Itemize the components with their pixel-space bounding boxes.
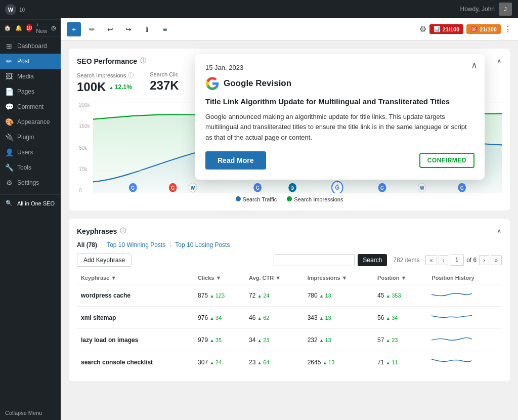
last-page-button[interactable]: » xyxy=(491,255,502,265)
seo-score-seo[interactable]: 🎯 21/100 xyxy=(466,24,501,34)
list-view-button[interactable]: ≡ xyxy=(158,22,172,36)
google-revision-popup: ∧ 15 Jan, 2023 Google Revision Title Lin… xyxy=(195,54,485,180)
redo-button[interactable]: ↪ xyxy=(121,22,136,36)
y-label-10k: 10k xyxy=(79,166,90,172)
sidebar-item-media[interactable]: 🖼 Media xyxy=(0,69,61,84)
next-page-button[interactable]: › xyxy=(479,255,489,265)
search-clicks-label: Search Clic xyxy=(150,71,179,77)
undo-button[interactable]: ↩ xyxy=(103,22,117,36)
cell-history xyxy=(427,307,502,329)
clicks-change: 35 xyxy=(209,337,222,343)
pos-change: 34 xyxy=(386,315,398,321)
sidebar-item-users[interactable]: 👤 Users xyxy=(0,145,61,160)
col-impressions[interactable]: Impressions ▼ xyxy=(304,272,373,284)
sort-icon-pos: ▼ xyxy=(401,275,407,281)
popup-actions: Read More CONFIRMED xyxy=(205,151,474,170)
main-content: Howdy, John J + ✏ ↩ ↪ ℹ ≡ ⚙ 📊 21/100 xyxy=(61,0,518,420)
sort-icon-clicks: ▼ xyxy=(216,275,222,281)
impressions-change: 12.1% xyxy=(109,83,132,91)
ctr-change: 24 xyxy=(257,292,270,299)
filter-losing[interactable]: Top 10 Losing Posts xyxy=(175,241,230,248)
sidebar-item-aioseo[interactable]: 🔍 All in One SEO xyxy=(0,194,61,210)
seo-card-collapse-icon[interactable]: ∧ xyxy=(497,57,502,65)
prev-page-button[interactable]: ‹ xyxy=(439,255,449,265)
page-number-input[interactable] xyxy=(450,255,464,266)
collapse-label: Collapse Menu xyxy=(5,410,42,416)
sidebar-item-appearance[interactable]: 🎨 Appearance xyxy=(0,114,61,130)
keyphrases-filters: All (78) | Top 10 Winning Posts | Top 10… xyxy=(77,241,502,248)
settings-icon: ⚙ xyxy=(5,179,13,187)
collapse-menu[interactable]: Collapse Menu xyxy=(0,406,61,420)
keyphrase-search-button[interactable]: Search xyxy=(358,254,387,266)
col-ctr[interactable]: Avg. CTR ▼ xyxy=(245,272,304,284)
keyphrases-info-icon[interactable]: ⓘ xyxy=(120,227,126,235)
y-label-0: 0 xyxy=(79,188,90,193)
pages-icon: 📄 xyxy=(5,88,13,96)
popup-close-button[interactable]: ∧ xyxy=(471,60,478,71)
plugins-icon: 🔌 xyxy=(5,133,13,141)
new-link[interactable]: + New xyxy=(36,22,47,34)
user-avatar[interactable]: J xyxy=(499,3,512,16)
read-more-button[interactable]: Read More xyxy=(205,151,266,170)
top-bar-right: Howdy, John J xyxy=(460,3,512,16)
keyphrases-collapse-icon[interactable]: ∧ xyxy=(497,227,502,235)
svg-text:W: W xyxy=(191,185,195,191)
first-page-button[interactable]: « xyxy=(425,255,437,265)
cell-impressions: 232 13 xyxy=(304,329,373,351)
search-impressions-metric: Search Impressions ⓘ 100K 12.1% xyxy=(77,71,134,94)
sidebar-label-pages: Pages xyxy=(17,88,34,95)
sidebar-item-plugins[interactable]: 🔌 Plugin xyxy=(0,130,61,145)
popup-title: Title Link Algorithm Update for Multilin… xyxy=(205,97,474,107)
col-keyphrase[interactable]: Keyphrase ▼ xyxy=(77,272,194,284)
edit-button[interactable]: ✏ xyxy=(85,22,99,36)
more-options-icon[interactable]: ⋮ xyxy=(504,24,512,34)
aioseo-icon: 🔍 xyxy=(5,200,13,206)
add-block-button[interactable]: + xyxy=(67,22,81,36)
impressions-info-icon[interactable]: ⓘ xyxy=(128,71,134,79)
keyphrase-search-input[interactable] xyxy=(274,254,355,266)
cell-history xyxy=(427,329,502,351)
table-row: lazy load on images 979 35 34 23 232 13 … xyxy=(77,329,502,351)
add-keyphrase-section: Add Keyphrase xyxy=(77,254,132,267)
svg-text:G: G xyxy=(171,185,175,191)
cell-impressions: 780 13 xyxy=(304,284,373,307)
sidebar-item-settings[interactable]: ⚙ Settings xyxy=(0,175,61,190)
filter-winning[interactable]: Top 10 Winning Posts xyxy=(107,241,165,248)
notification-icon[interactable]: 🔔 xyxy=(15,25,22,31)
wp-logo-icon: W xyxy=(5,4,16,15)
cell-impressions: 343 13 xyxy=(304,307,373,329)
gear-icon[interactable]: ⚙ xyxy=(419,24,426,34)
ctr-change: 62 xyxy=(257,315,270,321)
sidebar-item-post[interactable]: ✏ Post xyxy=(0,54,61,69)
content-area: SEO Performance ⓘ ∧ Search Impressions ⓘ… xyxy=(61,40,518,420)
sidebar-item-tools[interactable]: 🔧 Tools xyxy=(0,160,61,175)
sidebar-item-pages[interactable]: 📄 Pages xyxy=(0,84,61,99)
col-clicks[interactable]: Clicks ▼ xyxy=(194,272,245,284)
info-button[interactable]: ℹ xyxy=(140,22,154,36)
filter-all[interactable]: All (78) xyxy=(77,241,97,248)
sidebar-label-dashboard: Dashboard xyxy=(17,43,47,50)
col-position[interactable]: Position ▼ xyxy=(373,272,427,284)
sidebar-label-plugins: Plugin xyxy=(17,134,34,141)
y-label-50k: 50k xyxy=(79,145,90,151)
seo-info-icon[interactable]: ⓘ xyxy=(140,57,146,65)
keyphrases-title: Keyphrases ⓘ xyxy=(77,227,126,235)
sidebar-label-post: Post xyxy=(17,58,29,65)
seo-score-readability[interactable]: 📊 21/100 xyxy=(429,24,464,34)
media-icon: 🖼 xyxy=(5,72,13,80)
seo-card-title: SEO Performance ⓘ xyxy=(77,57,146,65)
svg-text:⊙: ⊙ xyxy=(290,185,294,191)
sidebar-item-comments[interactable]: 💬 Comment xyxy=(0,99,61,114)
cell-impressions: 2645 13 xyxy=(304,351,373,373)
redo-icon: ↪ xyxy=(125,25,132,33)
sidebar-label-appearance: Appearance xyxy=(17,118,50,125)
imp-change: 13 xyxy=(319,292,331,299)
search-impressions-value: 100K 12.1% xyxy=(77,80,134,94)
sidebar-item-dashboard[interactable]: ⊞ Dashboard xyxy=(0,38,61,54)
add-keyphrase-button[interactable]: Add Keyphrase xyxy=(77,254,132,267)
notification-badge: 10 xyxy=(26,24,32,32)
mini-chart-svg xyxy=(431,311,472,323)
mini-chart-svg xyxy=(431,333,472,345)
popup-body: Google announced making an algorithmic u… xyxy=(205,112,474,143)
cell-ctr: 46 62 xyxy=(245,307,304,329)
